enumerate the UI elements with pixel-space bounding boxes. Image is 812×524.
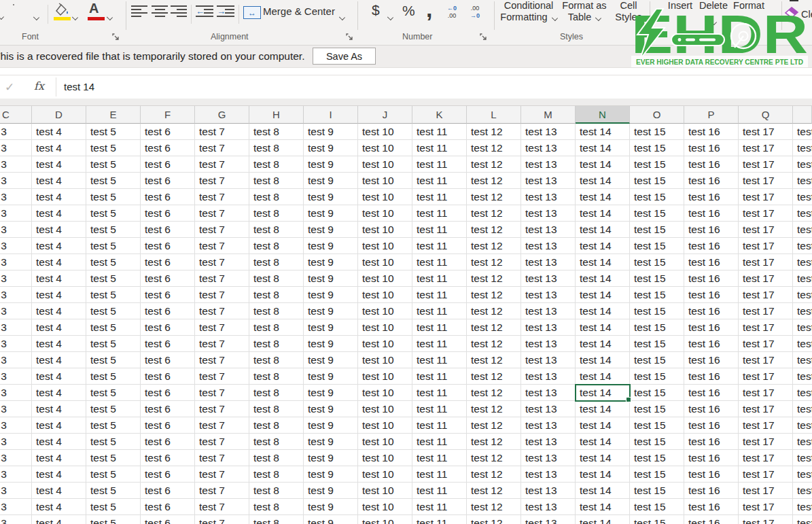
- cell-G9[interactable]: test 7: [195, 254, 249, 270]
- cell-K18[interactable]: test 11: [412, 401, 467, 417]
- cell-P14[interactable]: test 16: [684, 336, 739, 352]
- cell-D2[interactable]: test 4: [32, 140, 86, 156]
- cell-M10[interactable]: test 13: [521, 270, 576, 287]
- cell-F1[interactable]: test 6: [141, 124, 195, 140]
- cell-G25[interactable]: test 7: [195, 515, 249, 524]
- cell-G19[interactable]: test 7: [195, 417, 249, 434]
- cell-F12[interactable]: test 6: [141, 303, 195, 319]
- alignment-dialog-launcher-icon[interactable]: [346, 31, 353, 43]
- cell-G13[interactable]: test 7: [195, 319, 249, 336]
- cell-F14[interactable]: test 6: [141, 336, 195, 352]
- cell-H14[interactable]: test 8: [249, 336, 304, 352]
- cell-O15[interactable]: test 15: [630, 352, 684, 368]
- column-header-partial[interactable]: [793, 106, 812, 124]
- column-header-K[interactable]: K: [412, 106, 467, 124]
- cell-Q25[interactable]: test 17: [739, 515, 793, 524]
- cell-J3[interactable]: test 10: [358, 156, 412, 173]
- cell-D19[interactable]: test 4: [32, 417, 86, 434]
- cell-R8[interactable]: test 18: [793, 238, 812, 254]
- cell-G12[interactable]: test 7: [195, 303, 249, 319]
- cell-P12[interactable]: test 16: [684, 303, 739, 319]
- cell-M14[interactable]: test 13: [521, 336, 576, 352]
- cell-H21[interactable]: test 8: [249, 450, 304, 466]
- cell-M12[interactable]: test 13: [521, 303, 576, 319]
- cell-I19[interactable]: test 9: [304, 417, 358, 434]
- cell-H4[interactable]: test 8: [249, 173, 304, 189]
- cell-L20[interactable]: test 12: [467, 434, 521, 450]
- merge-center-icon[interactable]: ↔: [243, 6, 261, 19]
- cell-K20[interactable]: test 11: [412, 434, 467, 450]
- cell-F22[interactable]: test 6: [141, 466, 195, 483]
- column-header-F[interactable]: F: [141, 106, 195, 124]
- cell-L3[interactable]: test 12: [467, 156, 521, 173]
- cell-K17[interactable]: test 11: [412, 385, 467, 401]
- cell-C7[interactable]: test 3: [0, 222, 32, 238]
- cell-P4[interactable]: test 16: [684, 173, 739, 189]
- cell-C11[interactable]: test 3: [0, 287, 32, 303]
- cell-R17[interactable]: test 18: [793, 385, 812, 401]
- cell-E8[interactable]: test 5: [86, 238, 141, 254]
- cell-D13[interactable]: test 4: [32, 319, 86, 336]
- cell-Q3[interactable]: test 17: [739, 156, 793, 173]
- cell-H20[interactable]: test 8: [249, 434, 304, 450]
- cell-K21[interactable]: test 11: [412, 450, 467, 466]
- cell-P5[interactable]: test 16: [684, 189, 739, 205]
- cell-D3[interactable]: test 4: [32, 156, 86, 173]
- align-center-icon[interactable]: [152, 5, 168, 18]
- cell-Q9[interactable]: test 17: [739, 254, 793, 270]
- cell-F11[interactable]: test 6: [141, 287, 195, 303]
- cell-J18[interactable]: test 10: [358, 401, 412, 417]
- cell-H5[interactable]: test 8: [249, 189, 304, 205]
- cell-J25[interactable]: test 10: [358, 515, 412, 524]
- cell-I25[interactable]: test 9: [304, 515, 358, 524]
- cell-P3[interactable]: test 16: [684, 156, 739, 173]
- cell-L9[interactable]: test 12: [467, 254, 521, 270]
- cell-P9[interactable]: test 16: [684, 254, 739, 270]
- cell-R23[interactable]: test 18: [793, 483, 812, 499]
- cell-N4[interactable]: test 14: [576, 173, 630, 189]
- cell-D25[interactable]: test 4: [32, 515, 86, 524]
- percent-style-button[interactable]: %: [402, 3, 415, 19]
- cell-H16[interactable]: test 8: [249, 368, 304, 385]
- cell-K5[interactable]: test 11: [412, 189, 467, 205]
- cell-O6[interactable]: test 15: [630, 205, 684, 222]
- cell-C21[interactable]: test 3: [0, 450, 32, 466]
- cell-K10[interactable]: test 11: [412, 270, 467, 287]
- cell-J11[interactable]: test 10: [358, 287, 412, 303]
- cell-M18[interactable]: test 13: [521, 401, 576, 417]
- cell-M15[interactable]: test 13: [521, 352, 576, 368]
- cell-G7[interactable]: test 7: [195, 222, 249, 238]
- cell-C6[interactable]: test 3: [0, 205, 32, 222]
- cell-Q23[interactable]: test 17: [739, 483, 793, 499]
- cell-O19[interactable]: test 15: [630, 417, 684, 434]
- cell-N24[interactable]: test 14: [576, 499, 630, 515]
- cell-R2[interactable]: test 18: [793, 140, 812, 156]
- cell-I20[interactable]: test 9: [304, 434, 358, 450]
- cell-G5[interactable]: test 7: [195, 189, 249, 205]
- cell-R10[interactable]: test 18: [793, 270, 812, 287]
- cell-M13[interactable]: test 13: [521, 319, 576, 336]
- cell-P22[interactable]: test 16: [684, 466, 739, 483]
- cell-E2[interactable]: test 5: [86, 140, 141, 156]
- cell-O5[interactable]: test 15: [630, 189, 684, 205]
- cell-R25[interactable]: test 18: [793, 515, 812, 524]
- cell-F16[interactable]: test 6: [141, 368, 195, 385]
- cell-P23[interactable]: test 16: [684, 483, 739, 499]
- cell-K23[interactable]: test 11: [412, 483, 467, 499]
- cell-R9[interactable]: test 18: [793, 254, 812, 270]
- column-header-P[interactable]: P: [684, 106, 739, 124]
- cell-N8[interactable]: test 14: [576, 238, 630, 254]
- cell-L6[interactable]: test 12: [467, 205, 521, 222]
- cell-F20[interactable]: test 6: [141, 434, 195, 450]
- format-cells-button[interactable]: Format: [731, 0, 766, 12]
- cell-L18[interactable]: test 12: [467, 401, 521, 417]
- cell-D8[interactable]: test 4: [32, 238, 86, 254]
- cell-H22[interactable]: test 8: [249, 466, 304, 483]
- cell-E22[interactable]: test 5: [86, 466, 141, 483]
- cell-O16[interactable]: test 15: [630, 368, 684, 385]
- cell-F3[interactable]: test 6: [141, 156, 195, 173]
- cell-N22[interactable]: test 14: [576, 466, 630, 483]
- column-header-H[interactable]: H: [249, 106, 304, 124]
- cell-D18[interactable]: test 4: [32, 401, 86, 417]
- cell-L13[interactable]: test 12: [467, 319, 521, 336]
